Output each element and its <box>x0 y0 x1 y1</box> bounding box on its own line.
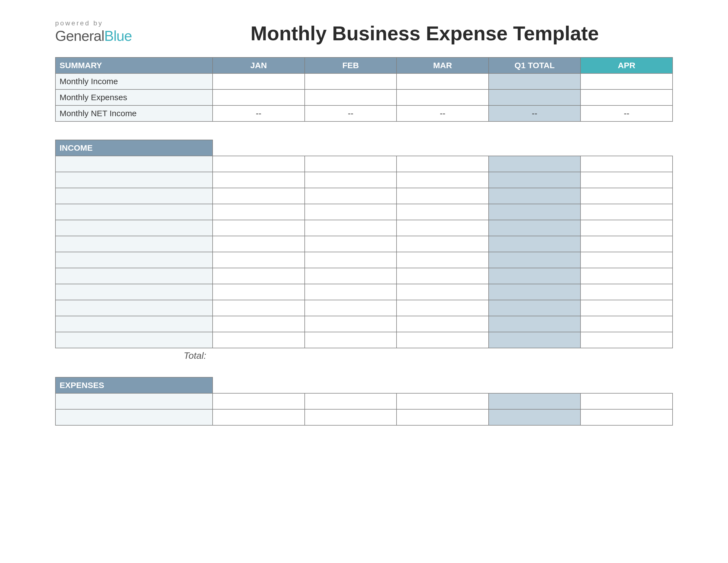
cell[interactable] <box>213 188 305 204</box>
cell-total[interactable] <box>489 172 581 188</box>
cell[interactable] <box>305 73 397 89</box>
cell[interactable] <box>397 393 489 409</box>
row-label[interactable] <box>55 393 213 409</box>
row-label[interactable] <box>55 252 213 268</box>
cell[interactable] <box>213 89 305 105</box>
cell[interactable] <box>213 172 305 188</box>
cell[interactable] <box>580 236 673 252</box>
cell[interactable] <box>397 316 489 332</box>
cell[interactable] <box>580 268 673 284</box>
cell[interactable] <box>213 252 305 268</box>
cell[interactable] <box>580 300 673 316</box>
row-label[interactable] <box>55 204 213 220</box>
cell[interactable] <box>580 252 673 268</box>
cell-total[interactable] <box>489 268 581 284</box>
cell[interactable] <box>397 188 489 204</box>
cell[interactable] <box>213 220 305 236</box>
cell[interactable] <box>305 220 397 236</box>
cell[interactable] <box>580 316 673 332</box>
cell[interactable] <box>397 252 489 268</box>
cell[interactable] <box>397 300 489 316</box>
row-label[interactable] <box>55 236 213 252</box>
cell[interactable] <box>213 236 305 252</box>
cell[interactable] <box>397 73 489 89</box>
cell[interactable] <box>305 188 397 204</box>
cell[interactable] <box>305 268 397 284</box>
cell[interactable] <box>580 172 673 188</box>
cell[interactable] <box>580 220 673 236</box>
cell[interactable] <box>305 89 397 105</box>
cell[interactable] <box>305 204 397 220</box>
cell[interactable] <box>305 300 397 316</box>
cell[interactable]: -- <box>213 105 305 121</box>
cell-total[interactable] <box>489 236 581 252</box>
cell-total[interactable] <box>489 393 581 409</box>
row-label[interactable] <box>55 332 213 348</box>
row-label[interactable]: Monthly NET Income <box>55 105 213 121</box>
row-label[interactable]: Monthly Income <box>55 73 213 89</box>
cell[interactable] <box>580 409 673 425</box>
cell[interactable] <box>305 284 397 300</box>
cell-total[interactable] <box>489 332 581 348</box>
cell[interactable] <box>397 284 489 300</box>
cell[interactable] <box>580 156 673 172</box>
row-label[interactable] <box>55 220 213 236</box>
cell-total[interactable] <box>489 204 581 220</box>
cell[interactable] <box>213 268 305 284</box>
cell[interactable] <box>397 268 489 284</box>
cell[interactable] <box>580 89 673 105</box>
cell-total[interactable]: -- <box>489 105 581 121</box>
cell-total[interactable] <box>489 73 581 89</box>
row-label[interactable] <box>55 268 213 284</box>
cell[interactable] <box>580 332 673 348</box>
cell-total[interactable] <box>489 220 581 236</box>
cell-total[interactable] <box>489 284 581 300</box>
cell[interactable] <box>213 300 305 316</box>
cell[interactable] <box>305 409 397 425</box>
cell-total[interactable] <box>489 188 581 204</box>
cell-total[interactable] <box>489 316 581 332</box>
cell[interactable] <box>305 316 397 332</box>
cell-total[interactable] <box>489 409 581 425</box>
cell[interactable] <box>213 316 305 332</box>
cell[interactable] <box>397 172 489 188</box>
cell[interactable]: -- <box>305 105 397 121</box>
cell[interactable] <box>305 156 397 172</box>
cell[interactable] <box>580 284 673 300</box>
row-label[interactable] <box>55 156 213 172</box>
row-label[interactable] <box>55 172 213 188</box>
cell[interactable] <box>397 204 489 220</box>
cell-total[interactable] <box>489 89 581 105</box>
row-label[interactable] <box>55 316 213 332</box>
cell[interactable] <box>305 332 397 348</box>
cell-total[interactable] <box>489 156 581 172</box>
cell[interactable] <box>305 252 397 268</box>
cell[interactable]: -- <box>580 105 673 121</box>
row-label[interactable] <box>55 284 213 300</box>
cell[interactable] <box>213 284 305 300</box>
cell[interactable] <box>213 393 305 409</box>
cell[interactable] <box>305 172 397 188</box>
cell[interactable] <box>213 332 305 348</box>
cell[interactable] <box>397 236 489 252</box>
cell-total[interactable] <box>489 252 581 268</box>
cell[interactable] <box>213 409 305 425</box>
cell[interactable] <box>397 409 489 425</box>
cell[interactable] <box>580 204 673 220</box>
cell[interactable] <box>397 220 489 236</box>
cell[interactable] <box>397 332 489 348</box>
row-label[interactable]: Monthly Expenses <box>55 89 213 105</box>
cell[interactable] <box>580 393 673 409</box>
cell[interactable] <box>580 73 673 89</box>
cell[interactable]: -- <box>397 105 489 121</box>
cell[interactable] <box>397 89 489 105</box>
row-label[interactable] <box>55 409 213 425</box>
row-label[interactable] <box>55 188 213 204</box>
row-label[interactable] <box>55 300 213 316</box>
cell-total[interactable] <box>489 300 581 316</box>
cell[interactable] <box>305 236 397 252</box>
cell[interactable] <box>213 73 305 89</box>
cell[interactable] <box>580 188 673 204</box>
cell[interactable] <box>213 156 305 172</box>
cell[interactable] <box>397 156 489 172</box>
